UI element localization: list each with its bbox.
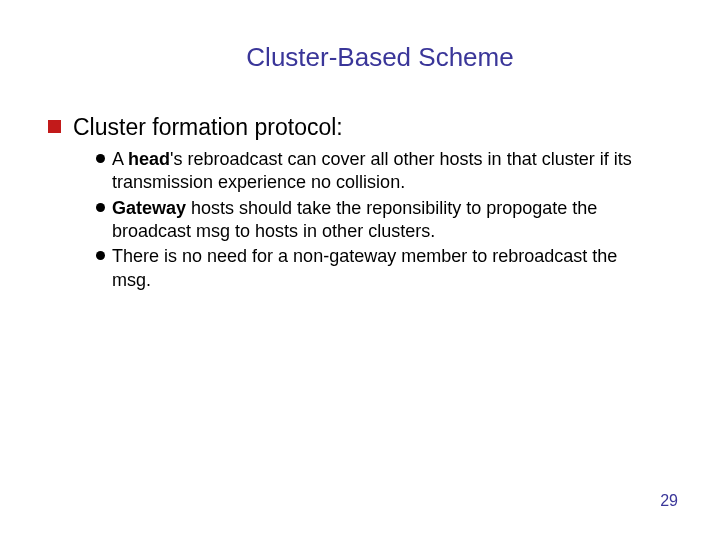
square-bullet-icon [48,120,61,133]
bullet-bold: head [128,149,170,169]
list-item: Gateway hosts should take the reponsibil… [96,197,660,244]
bullet-bold: Gateway [112,198,186,218]
dot-bullet-icon [96,154,105,163]
list-item: There is no need for a non-gateway membe… [96,245,660,292]
page-number: 29 [660,492,678,510]
bullet-text: Gateway hosts should take the reponsibil… [112,197,660,244]
bullet-text: A head's rebroadcast can cover all other… [112,148,660,195]
level1-text: Cluster formation protocol: [73,113,343,142]
bullet-text: There is no need for a non-gateway membe… [112,245,660,292]
list-item: A head's rebroadcast can cover all other… [96,148,660,195]
dot-bullet-icon [96,203,105,212]
dot-bullet-icon [96,251,105,260]
bullet-post: There is no need for a non-gateway membe… [112,246,617,289]
level2-list: A head's rebroadcast can cover all other… [96,148,660,292]
bullet-post: 's rebroadcast can cover all other hosts… [112,149,632,192]
slide: Cluster-Based Scheme Cluster formation p… [0,0,720,540]
bullet-pre: A [112,149,128,169]
level1-item: Cluster formation protocol: [48,113,680,142]
slide-title: Cluster-Based Scheme [80,42,680,73]
